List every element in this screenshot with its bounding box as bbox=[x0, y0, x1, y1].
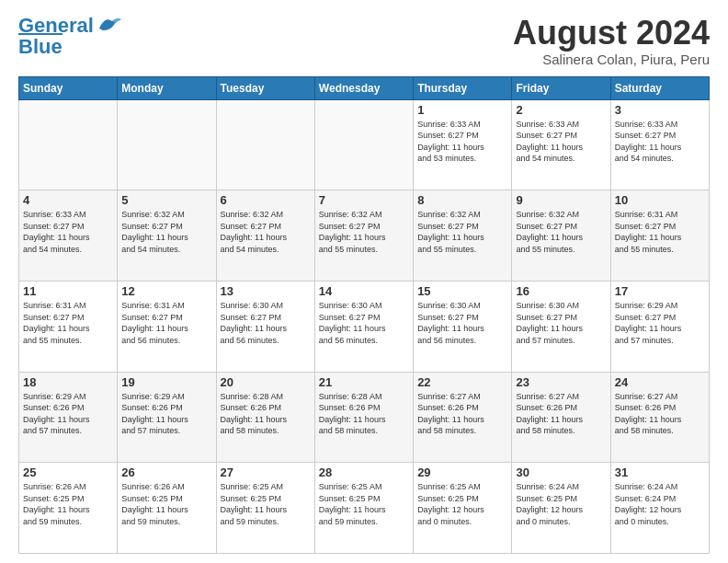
calendar-cell: 16Sunrise: 6:30 AMSunset: 6:27 PMDayligh… bbox=[512, 281, 610, 372]
day-info: Sunrise: 6:29 AMSunset: 6:27 PMDaylight:… bbox=[615, 300, 705, 346]
day-info: Sunrise: 6:26 AMSunset: 6:25 PMDaylight:… bbox=[121, 481, 211, 527]
logo-bird-icon bbox=[96, 14, 123, 34]
day-info: Sunrise: 6:33 AMSunset: 6:27 PMDaylight:… bbox=[615, 119, 705, 165]
day-header-friday: Friday bbox=[512, 76, 610, 99]
day-number: 17 bbox=[615, 284, 705, 298]
calendar-cell: 31Sunrise: 6:24 AMSunset: 6:24 PMDayligh… bbox=[610, 463, 709, 554]
header: General Blue August 2024 Salinera Colan,… bbox=[18, 15, 710, 67]
day-info: Sunrise: 6:29 AMSunset: 6:26 PMDaylight:… bbox=[121, 391, 211, 437]
calendar-cell: 1Sunrise: 6:33 AMSunset: 6:27 PMDaylight… bbox=[414, 99, 512, 190]
calendar-cell: 5Sunrise: 6:32 AMSunset: 6:27 PMDaylight… bbox=[118, 190, 216, 282]
title-block: August 2024 Salinera Colan, Piura, Peru bbox=[513, 15, 710, 67]
calendar-cell: 15Sunrise: 6:30 AMSunset: 6:27 PMDayligh… bbox=[414, 281, 512, 372]
calendar-cell: 27Sunrise: 6:25 AMSunset: 6:25 PMDayligh… bbox=[216, 463, 314, 554]
calendar-cell: 2Sunrise: 6:33 AMSunset: 6:27 PMDaylight… bbox=[512, 99, 610, 190]
calendar-cell: 7Sunrise: 6:32 AMSunset: 6:27 PMDaylight… bbox=[314, 190, 413, 282]
calendar-cell: 9Sunrise: 6:32 AMSunset: 6:27 PMDaylight… bbox=[512, 190, 610, 282]
day-number: 22 bbox=[417, 375, 507, 389]
calendar-table: SundayMondayTuesdayWednesdayThursdayFrid… bbox=[18, 76, 710, 554]
day-info: Sunrise: 6:33 AMSunset: 6:27 PMDaylight:… bbox=[23, 209, 113, 255]
week-row-4: 18Sunrise: 6:29 AMSunset: 6:26 PMDayligh… bbox=[19, 372, 710, 463]
day-info: Sunrise: 6:27 AMSunset: 6:26 PMDaylight:… bbox=[417, 391, 507, 437]
calendar-cell bbox=[19, 99, 118, 190]
day-header-wednesday: Wednesday bbox=[314, 76, 413, 99]
calendar-cell: 29Sunrise: 6:25 AMSunset: 6:25 PMDayligh… bbox=[414, 463, 512, 554]
calendar-cell: 11Sunrise: 6:31 AMSunset: 6:27 PMDayligh… bbox=[19, 281, 118, 372]
day-info: Sunrise: 6:30 AMSunset: 6:27 PMDaylight:… bbox=[221, 300, 311, 346]
day-info: Sunrise: 6:30 AMSunset: 6:27 PMDaylight:… bbox=[319, 300, 409, 346]
day-number: 24 bbox=[615, 375, 705, 389]
calendar-cell: 18Sunrise: 6:29 AMSunset: 6:26 PMDayligh… bbox=[19, 372, 118, 463]
calendar-cell bbox=[314, 99, 413, 190]
day-info: Sunrise: 6:32 AMSunset: 6:27 PMDaylight:… bbox=[417, 209, 507, 255]
day-info: Sunrise: 6:31 AMSunset: 6:27 PMDaylight:… bbox=[23, 300, 113, 346]
calendar-cell: 4Sunrise: 6:33 AMSunset: 6:27 PMDaylight… bbox=[19, 190, 118, 282]
day-number: 31 bbox=[615, 465, 705, 479]
day-number: 25 bbox=[23, 465, 113, 479]
day-number: 1 bbox=[417, 103, 507, 117]
days-header-row: SundayMondayTuesdayWednesdayThursdayFrid… bbox=[19, 76, 710, 99]
calendar-cell: 30Sunrise: 6:24 AMSunset: 6:25 PMDayligh… bbox=[512, 463, 610, 554]
day-header-tuesday: Tuesday bbox=[216, 76, 314, 99]
day-number: 6 bbox=[221, 193, 311, 207]
month-title: August 2024 bbox=[513, 15, 710, 52]
logo: General Blue bbox=[18, 15, 123, 58]
calendar-header: SundayMondayTuesdayWednesdayThursdayFrid… bbox=[19, 76, 710, 99]
day-number: 23 bbox=[516, 375, 606, 389]
day-info: Sunrise: 6:28 AMSunset: 6:26 PMDaylight:… bbox=[221, 391, 311, 437]
day-info: Sunrise: 6:30 AMSunset: 6:27 PMDaylight:… bbox=[516, 300, 606, 346]
page: General Blue August 2024 Salinera Colan,… bbox=[0, 0, 728, 563]
day-info: Sunrise: 6:28 AMSunset: 6:26 PMDaylight:… bbox=[319, 391, 409, 437]
day-number: 28 bbox=[319, 465, 409, 479]
day-number: 27 bbox=[221, 465, 311, 479]
day-number: 10 bbox=[615, 193, 705, 207]
calendar-cell: 17Sunrise: 6:29 AMSunset: 6:27 PMDayligh… bbox=[610, 281, 709, 372]
day-header-saturday: Saturday bbox=[610, 76, 709, 99]
calendar-cell: 25Sunrise: 6:26 AMSunset: 6:25 PMDayligh… bbox=[19, 463, 118, 554]
calendar-cell: 20Sunrise: 6:28 AMSunset: 6:26 PMDayligh… bbox=[216, 372, 314, 463]
calendar-cell: 26Sunrise: 6:26 AMSunset: 6:25 PMDayligh… bbox=[118, 463, 216, 554]
day-info: Sunrise: 6:32 AMSunset: 6:27 PMDaylight:… bbox=[319, 209, 409, 255]
day-info: Sunrise: 6:30 AMSunset: 6:27 PMDaylight:… bbox=[417, 300, 507, 346]
day-number: 12 bbox=[121, 284, 211, 298]
day-info: Sunrise: 6:24 AMSunset: 6:25 PMDaylight:… bbox=[516, 481, 606, 527]
day-info: Sunrise: 6:31 AMSunset: 6:27 PMDaylight:… bbox=[615, 209, 705, 255]
calendar-cell: 13Sunrise: 6:30 AMSunset: 6:27 PMDayligh… bbox=[216, 281, 314, 372]
day-number: 30 bbox=[516, 465, 606, 479]
calendar-cell: 14Sunrise: 6:30 AMSunset: 6:27 PMDayligh… bbox=[314, 281, 413, 372]
day-number: 21 bbox=[319, 375, 409, 389]
calendar-cell: 6Sunrise: 6:32 AMSunset: 6:27 PMDaylight… bbox=[216, 190, 314, 282]
calendar-cell bbox=[216, 99, 314, 190]
week-row-3: 11Sunrise: 6:31 AMSunset: 6:27 PMDayligh… bbox=[19, 281, 710, 372]
day-info: Sunrise: 6:33 AMSunset: 6:27 PMDaylight:… bbox=[516, 119, 606, 165]
day-header-monday: Monday bbox=[118, 76, 216, 99]
day-info: Sunrise: 6:32 AMSunset: 6:27 PMDaylight:… bbox=[221, 209, 311, 255]
day-info: Sunrise: 6:33 AMSunset: 6:27 PMDaylight:… bbox=[417, 119, 507, 165]
day-header-thursday: Thursday bbox=[414, 76, 512, 99]
day-number: 18 bbox=[23, 375, 113, 389]
logo-blue: Blue bbox=[18, 33, 63, 58]
calendar-cell: 3Sunrise: 6:33 AMSunset: 6:27 PMDaylight… bbox=[610, 99, 709, 190]
day-info: Sunrise: 6:31 AMSunset: 6:27 PMDaylight:… bbox=[121, 300, 211, 346]
day-info: Sunrise: 6:29 AMSunset: 6:26 PMDaylight:… bbox=[23, 391, 113, 437]
calendar-cell bbox=[118, 99, 216, 190]
day-number: 29 bbox=[417, 465, 507, 479]
calendar-cell: 12Sunrise: 6:31 AMSunset: 6:27 PMDayligh… bbox=[118, 281, 216, 372]
calendar-cell: 24Sunrise: 6:27 AMSunset: 6:26 PMDayligh… bbox=[610, 372, 709, 463]
week-row-2: 4Sunrise: 6:33 AMSunset: 6:27 PMDaylight… bbox=[19, 190, 710, 282]
day-number: 9 bbox=[516, 193, 606, 207]
day-number: 4 bbox=[23, 193, 113, 207]
calendar-cell: 23Sunrise: 6:27 AMSunset: 6:26 PMDayligh… bbox=[512, 372, 610, 463]
day-number: 2 bbox=[516, 103, 606, 117]
calendar-cell: 22Sunrise: 6:27 AMSunset: 6:26 PMDayligh… bbox=[414, 372, 512, 463]
week-row-5: 25Sunrise: 6:26 AMSunset: 6:25 PMDayligh… bbox=[19, 463, 710, 554]
day-number: 3 bbox=[615, 103, 705, 117]
day-number: 20 bbox=[221, 375, 311, 389]
day-info: Sunrise: 6:32 AMSunset: 6:27 PMDaylight:… bbox=[516, 209, 606, 255]
day-number: 19 bbox=[121, 375, 211, 389]
calendar-cell: 10Sunrise: 6:31 AMSunset: 6:27 PMDayligh… bbox=[610, 190, 709, 282]
day-info: Sunrise: 6:24 AMSunset: 6:24 PMDaylight:… bbox=[615, 481, 705, 527]
day-info: Sunrise: 6:26 AMSunset: 6:25 PMDaylight:… bbox=[23, 481, 113, 527]
calendar-body: 1Sunrise: 6:33 AMSunset: 6:27 PMDaylight… bbox=[19, 99, 710, 553]
day-number: 7 bbox=[319, 193, 409, 207]
